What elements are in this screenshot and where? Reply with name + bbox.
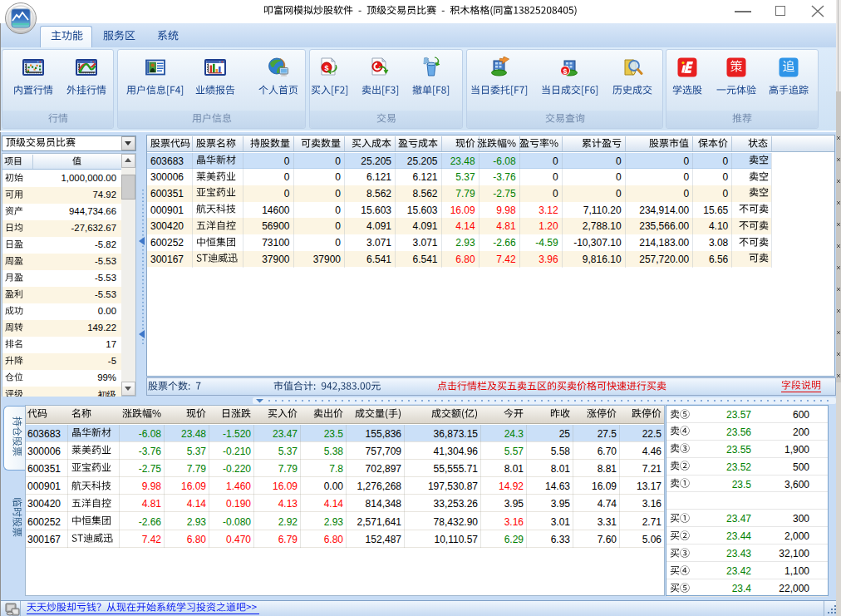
svg-text:$: $ (563, 67, 567, 76)
